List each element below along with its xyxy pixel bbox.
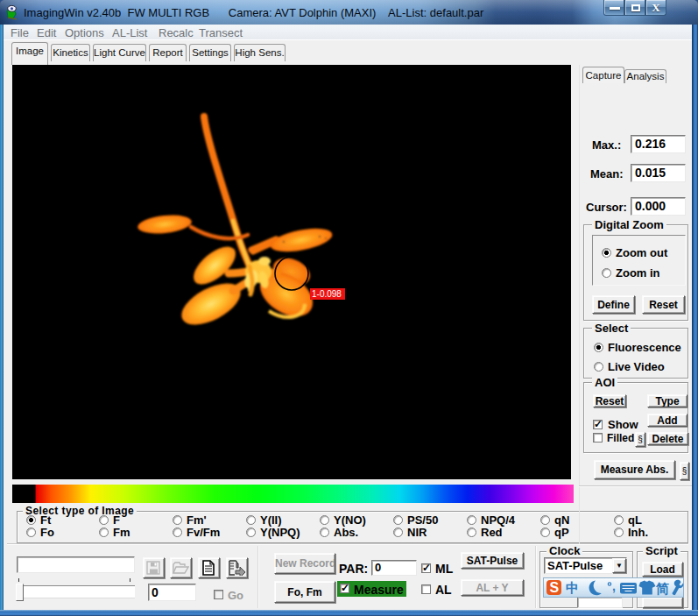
- svg-text:S: S: [550, 580, 560, 595]
- svg-text:简: 简: [655, 581, 669, 596]
- svg-text:,: ,: [612, 579, 616, 593]
- svg-text:中: 中: [566, 580, 579, 595]
